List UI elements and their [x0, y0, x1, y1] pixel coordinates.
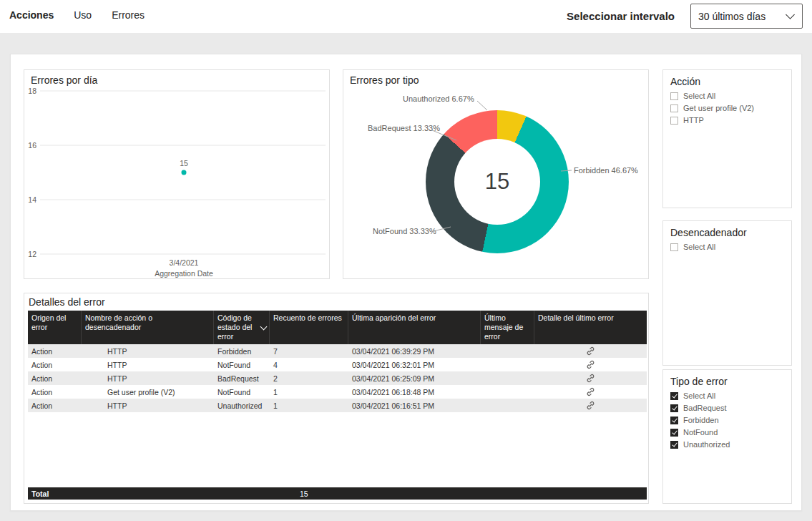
error-detail-link-icon[interactable] — [586, 401, 595, 410]
column-header-last-detail[interactable]: Detalle del último error — [534, 311, 647, 344]
slicer-item-get-user-profile[interactable]: Get user profile (V2) — [670, 104, 784, 112]
cell-count: 4 — [270, 361, 348, 369]
column-header-label: Última aparición del error — [352, 313, 436, 322]
errors-by-type-panel: Errores por tipo 15 Unauthorized 6.67% B… — [343, 69, 649, 279]
error-details-panel: Detalles del error Origen del error Nomb… — [24, 293, 649, 504]
slicer-item-http[interactable]: HTTP — [670, 116, 784, 125]
table-total-row: Total 15 — [28, 487, 647, 500]
donut-center-value: 15 — [485, 169, 509, 195]
errors-by-day-title: Errores por día — [24, 70, 329, 86]
slicer-item-unauthorized[interactable]: Unauthorized — [670, 440, 784, 449]
total-count: 15 — [270, 490, 348, 498]
cell-name: HTTP — [82, 374, 214, 383]
cell-code: NotFound — [214, 361, 270, 369]
tab-bar: Acciones Uso Errores — [9, 9, 145, 21]
chevron-down-icon — [786, 10, 795, 19]
checkbox-checked-icon[interactable] — [670, 404, 678, 412]
column-header-last-occurrence[interactable]: Última aparición del error — [348, 311, 481, 344]
column-header-label: Recuento de errores — [273, 313, 342, 322]
cell-last-seen: 03/04/2021 06:32:01 PM — [348, 361, 481, 369]
donut-hole: 15 — [454, 139, 540, 225]
x-axis-title: Aggregation Date — [155, 269, 213, 278]
cell-name: HTTP — [82, 401, 214, 410]
y-axis-ticks: 18 16 14 12 — [28, 87, 36, 258]
cell-name: HTTP — [82, 347, 214, 356]
trigger-slicer-panel: Desencadenador Select All — [662, 220, 792, 366]
table-row: Action Get user profile (V2) NotFound 1 … — [28, 385, 647, 399]
y-tick: 12 — [28, 250, 36, 258]
cell-count: 1 — [270, 401, 348, 410]
slicer-item-label: Unauthorized — [683, 440, 730, 449]
error-detail-link-icon[interactable] — [586, 387, 595, 396]
cell-origin: Action — [28, 347, 82, 356]
slicer-item-label: Select All — [683, 243, 715, 251]
slicer-item-select-all[interactable]: Select All — [670, 92, 784, 100]
column-header-origin[interactable]: Origen del error — [28, 311, 82, 344]
checkbox-unchecked-icon[interactable] — [670, 117, 678, 125]
column-header-status-code[interactable]: Código de estado del error — [214, 311, 270, 344]
tab-acciones[interactable]: Acciones — [9, 9, 54, 21]
error-details-title: Detalles del error — [24, 293, 648, 308]
cell-last-seen: 03/04/2021 06:25:09 PM — [348, 374, 481, 383]
tab-errores[interactable]: Errores — [112, 9, 145, 21]
x-tick-label: 3/4/2021 — [170, 258, 199, 267]
cell-name: Get user profile (V2) — [82, 388, 214, 396]
slicer-item-label: HTTP — [683, 116, 704, 125]
slicer-item-forbidden[interactable]: Forbidden — [670, 416, 784, 424]
checkbox-unchecked-icon[interactable] — [670, 243, 678, 251]
checkbox-checked-icon[interactable] — [670, 417, 678, 424]
error-detail-link-icon[interactable] — [586, 346, 595, 356]
slicer-item-select-all[interactable]: Select All — [670, 243, 784, 251]
cell-count: 2 — [270, 374, 348, 383]
cell-origin: Action — [28, 361, 82, 369]
cell-last-seen: 03/04/2021 06:39:29 PM — [348, 347, 481, 356]
interval-dropdown[interactable]: 30 últimos días — [690, 4, 803, 29]
slicer-item-label: Select All — [683, 391, 715, 400]
dashboard-card: Errores por día 18 16 14 12 15 3/4/2021 — [10, 54, 802, 511]
trigger-slicer-title: Desencadenador — [670, 227, 784, 238]
checkbox-checked-icon[interactable] — [670, 441, 678, 449]
slicer-item-select-all[interactable]: Select All — [670, 391, 784, 400]
column-header-name[interactable]: Nombre de acción o desencadenador — [82, 311, 214, 344]
column-header-label: Origen del error — [31, 313, 66, 331]
cell-code: Unauthorized — [214, 401, 270, 410]
cell-code: NotFound — [214, 388, 270, 396]
column-header-label: Detalle del último error — [538, 313, 614, 322]
column-header-count[interactable]: Recuento de errores — [270, 311, 348, 344]
column-header-last-message[interactable]: Último mensaje de error — [481, 311, 534, 344]
flow-analytics-page: Acciones Uso Errores Seleccionar interva… — [0, 0, 812, 521]
table-body: Action HTTP Forbidden 7 03/04/2021 06:39… — [28, 344, 647, 412]
slicer-item-notfound[interactable]: NotFound — [670, 428, 784, 437]
slicer-item-label: Select All — [683, 92, 715, 100]
total-label: Total — [28, 490, 82, 498]
table-header: Origen del error Nombre de acción o dese… — [28, 311, 647, 344]
checkbox-checked-icon[interactable] — [670, 392, 678, 400]
sort-chevron-icon — [260, 323, 268, 331]
callout-badrequest: BadRequest 13.33% — [368, 124, 440, 132]
slicer-item-badrequest[interactable]: BadRequest — [670, 404, 784, 412]
column-header-label: Nombre de acción o desencadenador — [85, 313, 152, 331]
cell-count: 1 — [270, 388, 348, 396]
tab-uso[interactable]: Uso — [74, 9, 92, 21]
slicer-item-label: NotFound — [683, 428, 718, 437]
error-type-slicer-panel: Tipo de error Select All BadRequest Forb… — [662, 369, 792, 504]
checkbox-unchecked-icon[interactable] — [670, 104, 678, 112]
table-row: Action HTTP NotFound 4 03/04/2021 06:32:… — [28, 358, 647, 371]
table-row: Action HTTP Unauthorized 1 03/04/2021 06… — [28, 399, 647, 412]
cell-origin: Action — [28, 388, 82, 396]
action-slicer-panel: Acción Select All Get user profile (V2) … — [662, 69, 792, 208]
y-tick: 16 — [28, 141, 36, 150]
checkbox-checked-icon[interactable] — [670, 429, 678, 437]
slicer-item-label: Get user profile (V2) — [683, 104, 754, 112]
error-detail-link-icon[interactable] — [586, 374, 595, 383]
cell-origin: Action — [28, 401, 82, 410]
y-tick: 18 — [28, 87, 36, 95]
data-point-label: 15 — [180, 159, 188, 167]
callout-forbidden: Forbidden 46.67% — [574, 166, 638, 175]
checkbox-unchecked-icon[interactable] — [670, 92, 678, 100]
error-detail-link-icon[interactable] — [586, 360, 595, 369]
errors-by-type-donut[interactable]: 15 — [426, 110, 569, 253]
data-point[interactable] — [182, 170, 187, 175]
errors-by-day-chart: 18 16 14 12 15 3/4/2021 Aggregation Date — [24, 86, 329, 278]
errors-by-type-title: Errores por tipo — [343, 70, 648, 86]
